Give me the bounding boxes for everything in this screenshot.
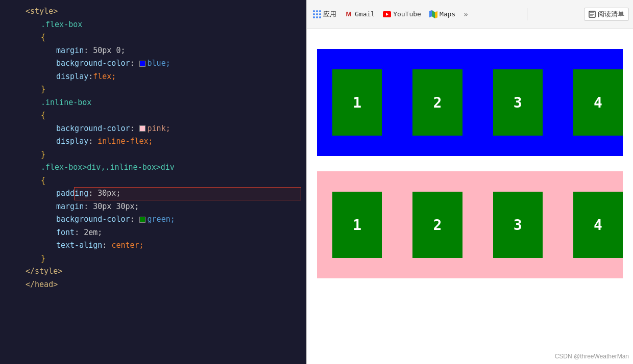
code-line: display:flex; — [0, 70, 306, 84]
svg-marker-5 — [435, 11, 437, 18]
gmail-label: Gmail — [355, 10, 375, 18]
more-label: » — [464, 10, 468, 18]
code-text: } — [41, 83, 45, 96]
code-line: .flex-box — [0, 18, 306, 32]
code-line: .flex-box>div,.inline-box>div — [0, 161, 306, 174]
code-line: margin: 30px 30px; — [0, 200, 306, 214]
flex-box-blue-container: 1 2 3 4 — [317, 49, 623, 156]
bookmark-apps[interactable]: 应用 — [311, 9, 338, 20]
code-line: font: 2em; — [0, 226, 306, 240]
maps-icon — [429, 10, 437, 18]
browser-content: 1 2 3 4 1 2 3 4 CSDN @threeWeatherMan — [307, 29, 633, 364]
svg-marker-4 — [432, 10, 435, 18]
code-text: { — [41, 109, 45, 122]
code-text: padding — [56, 187, 88, 200]
code-line: .inline-box — [0, 96, 306, 110]
bookmark-gmail[interactable]: M Gmail — [343, 9, 377, 19]
flex-item-blue-2: 2 — [412, 69, 462, 136]
code-line-padding: padding: 30px; — [0, 187, 306, 200]
youtube-label: YouTube — [393, 10, 421, 18]
flex-item-blue-1: 1 — [332, 69, 382, 136]
code-line: </head> — [0, 278, 306, 292]
code-line: { — [0, 174, 306, 188]
browser-panel: 应用 M Gmail YouTube — [306, 0, 633, 364]
code-text: margin — [56, 44, 84, 58]
svg-marker-3 — [429, 10, 432, 17]
code-line: margin: 50px 0; — [0, 44, 306, 58]
youtube-icon — [383, 10, 391, 18]
code-text: .inline-box — [41, 96, 91, 110]
code-line: { — [0, 31, 306, 44]
code-line: background-color: green; — [0, 213, 306, 226]
reading-list-icon — [589, 11, 596, 18]
code-text: background-color — [56, 122, 130, 136]
flex-box-pink-container: 1 2 3 4 — [317, 171, 623, 278]
color-swatch-green — [139, 217, 145, 223]
code-line: text-align: center; — [0, 239, 306, 252]
gmail-icon: M — [345, 10, 353, 18]
maps-label: Maps — [440, 10, 455, 18]
code-text: font — [56, 226, 75, 240]
color-swatch-pink — [139, 125, 145, 132]
flex-item-pink-1: 1 — [332, 192, 382, 258]
bookmark-maps[interactable]: Maps — [427, 9, 457, 19]
code-line: </style> — [0, 265, 306, 278]
flex-item-blue-4: 4 — [573, 69, 623, 136]
reading-list-label: 阅读清单 — [598, 10, 624, 19]
flex-item-pink-3: 3 — [493, 192, 543, 258]
code-text: .flex-box>div,.inline-box>div — [41, 161, 175, 174]
color-swatch-blue — [139, 61, 145, 67]
code-text: </style> — [26, 265, 62, 278]
code-text: text-align — [56, 239, 102, 252]
apps-label: 应用 — [323, 10, 336, 19]
browser-toolbar: 应用 M Gmail YouTube — [307, 0, 633, 29]
flex-item-pink-2: 2 — [412, 192, 462, 258]
code-text: display — [56, 135, 88, 148]
code-editor: <style> .flex-box { margin: 50px 0; back… — [0, 0, 306, 364]
code-line: background-color: blue; — [0, 57, 306, 70]
code-text: background-color — [56, 213, 130, 226]
code-text: </head> — [26, 278, 58, 292]
code-text: margin — [56, 200, 84, 214]
code-text: background-color — [56, 57, 130, 70]
reading-list-button[interactable]: 阅读清单 — [584, 8, 629, 21]
code-text: .flex-box — [41, 18, 82, 32]
bookmark-youtube[interactable]: YouTube — [381, 9, 423, 19]
toolbar-divider — [527, 8, 527, 20]
code-line: background-color: pink; — [0, 122, 306, 136]
bookmark-more[interactable]: » — [461, 9, 470, 19]
code-line: { — [0, 109, 306, 122]
code-text: } — [41, 252, 45, 266]
code-line: } — [0, 83, 306, 96]
code-text: { — [41, 31, 45, 44]
code-line: } — [0, 252, 306, 266]
code-text: { — [41, 174, 45, 188]
flex-item-pink-4: 4 — [573, 192, 623, 258]
code-line: display: inline-flex; — [0, 135, 306, 148]
code-text: <style> — [26, 5, 58, 18]
csdn-watermark: CSDN @threeWeatherMan — [555, 353, 629, 360]
flex-item-blue-3: 3 — [493, 69, 543, 136]
code-line: } — [0, 148, 306, 162]
code-text: } — [41, 148, 45, 162]
code-text: display — [56, 70, 88, 84]
apps-icon — [313, 10, 321, 18]
code-line: <style> — [0, 5, 306, 18]
